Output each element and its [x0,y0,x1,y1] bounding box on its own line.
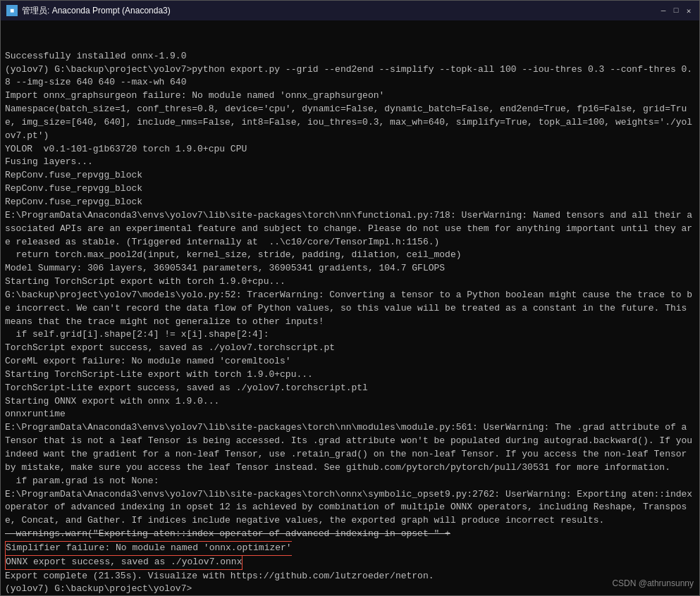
terminal-line: E:\ProgramData\Anaconda3\envs\yolov7\lib… [5,488,695,528]
terminal-line: (yolov7) G:\backup\project\yolov7>python… [5,63,695,90]
terminal-line: Starting TorchScript export with torch 1… [5,275,695,289]
terminal-line: warnings.warn("Exporting aten::index ope… [5,528,695,541]
terminal-line: E:\ProgramData\Anaconda3\envs\yolov7\lib… [5,421,695,474]
terminal-line: Starting TorchScript-Lite export with to… [5,368,695,382]
terminal-line: if param.grad is not None: [5,475,695,488]
terminal-line: Successfully installed onnx-1.9.0 [5,50,695,63]
terminal-line-wrapper: Simplifier failure: No module named 'onn… [5,541,695,556]
terminal-line: Fusing layers... [5,156,695,169]
terminal-line: RepConv.fuse_repvgg_block [5,196,695,209]
terminal-line: RepConv.fuse_repvgg_block [5,182,695,196]
terminal-line: RepConv.fuse_repvgg_block [5,169,695,182]
terminal-line: TorchScript-Lite export success, saved a… [5,382,695,395]
terminal-output: Successfully installed onnx-1.9.0(yolov7… [1,20,699,595]
terminal-line: CoreML export failure: No module named '… [5,355,695,368]
terminal-line: G:\backup\project\yolov7\models\yolo.py:… [5,289,695,329]
terminal-line: return torch.max_pool2d(input, kernel_si… [5,249,695,262]
close-button[interactable]: ✕ [684,6,694,15]
terminal-line: ONNX export success, saved as ./yolov7.o… [5,556,242,570]
watermark: CSDN @athrunsunny [612,578,694,590]
terminal-window: ■ 管理员: Anaconda Prompt (Anaconda3) — □ ✕… [0,0,700,596]
terminal-line: E:\ProgramData\Anaconda3\envs\yolov7\lib… [5,209,695,249]
title-bar-text: 管理员: Anaconda Prompt (Anaconda3) [22,5,658,17]
window-icon: ■ [6,5,18,16]
minimize-button[interactable]: — [658,6,668,15]
terminal-line: Model Summary: 306 layers, 36905341 para… [5,262,695,275]
terminal-line: Simplifier failure: No module named 'onn… [5,541,292,556]
window-controls: — □ ✕ [658,6,694,15]
title-bar: ■ 管理员: Anaconda Prompt (Anaconda3) — □ ✕ [1,1,699,20]
maximize-button[interactable]: □ [671,6,681,15]
terminal-line: Export complete (21.35s). Visualize with… [5,570,695,583]
terminal-line: onnxruntime [5,408,695,421]
terminal-line: (yolov7) G:\backup\project\yolov7> [5,583,695,595]
terminal-line: if self.grid[i].shape[2:4] != x[i].shape… [5,328,695,342]
terminal-line: Namespace(batch_size=1, conf_thres=0.8, … [5,103,695,143]
terminal-line: Starting ONNX export with onnx 1.9.0... [5,395,695,409]
terminal-line: YOLOR v0.1-101-g1b63720 torch 1.9.0+cpu … [5,143,695,156]
terminal-line: Import onnx_graphsurgeon failure: No mod… [5,89,695,103]
terminal-line: TorchScript export success, saved as ./y… [5,342,695,355]
terminal-line-wrapper: ONNX export success, saved as ./yolov7.o… [5,556,695,570]
